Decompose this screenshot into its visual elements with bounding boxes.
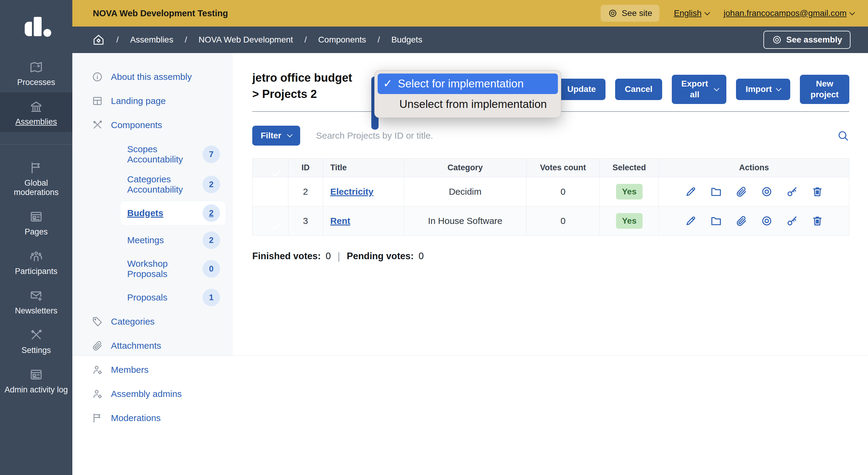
sidebar-item-label: Participants	[15, 267, 57, 276]
topbar-right: See site English johan.francocampos@gmai…	[601, 5, 854, 22]
project-title-link[interactable]: Electricity	[330, 187, 373, 196]
permissions-action-button[interactable]	[786, 186, 798, 198]
count-badge: 2	[203, 204, 220, 222]
pending-votes-label: Pending votes:	[347, 251, 413, 262]
content-area: About this assembly Landing page Compone…	[72, 53, 868, 356]
user-gear-icon	[92, 388, 103, 400]
delete-action-button[interactable]	[811, 215, 824, 227]
key-icon	[786, 186, 798, 198]
menu-label: About this assembly	[111, 72, 192, 82]
update-button[interactable]: Update	[558, 79, 606, 100]
chevron-down-icon	[704, 10, 710, 15]
breadcrumb-components[interactable]: Components	[318, 35, 366, 44]
see-assembly-button[interactable]: See assembly	[764, 31, 850, 49]
submenu-label: Budgets	[127, 208, 163, 218]
sidebar-item-label: Settings	[22, 346, 51, 355]
new-project-button[interactable]: New project	[800, 75, 849, 104]
menu-item-categories[interactable]: Categories	[92, 316, 225, 327]
count-badge: 0	[203, 260, 220, 278]
edit-action-button[interactable]	[685, 215, 697, 227]
filter-label: Filter	[261, 130, 281, 141]
breadcrumb-assemblies[interactable]: Assemblies	[130, 35, 173, 44]
see-site-button[interactable]: See site	[601, 5, 659, 22]
menu-item-about-assembly[interactable]: About this assembly	[92, 71, 225, 83]
sidebar-item-pages[interactable]: Pages	[0, 202, 72, 242]
menu-label: Moderations	[111, 413, 161, 423]
menu-item-landing-page[interactable]: Landing page	[92, 95, 225, 107]
project-votes-cell: 0	[526, 177, 600, 207]
logo-bar	[25, 22, 32, 36]
cancel-button[interactable]: Cancel	[615, 79, 662, 100]
submenu-item-budgets[interactable]: Budgets 2	[121, 201, 225, 225]
logo-dot	[43, 29, 51, 37]
sidebar-item-newsletters[interactable]: Newsletters	[0, 282, 72, 321]
page-title: jetro office budget > Projects 2	[252, 70, 352, 102]
menu-item-members[interactable]: Members	[92, 364, 225, 376]
edit-action-button[interactable]	[685, 186, 697, 198]
submenu-item-scopes-accountability[interactable]: Scopes Accountability 7	[127, 141, 225, 167]
home-breadcrumb[interactable]	[92, 33, 105, 46]
settings-tools-icon	[29, 328, 43, 342]
sidebar-item-admin-activity-log[interactable]: Admin activity log	[0, 360, 72, 400]
submenu-item-meetings[interactable]: Meetings 2	[127, 228, 225, 252]
menu-item-attachments[interactable]: Attachments	[92, 340, 225, 351]
search-button[interactable]	[837, 129, 849, 142]
permissions-action-button[interactable]	[786, 215, 798, 227]
submenu-item-workshop-proposals[interactable]: Workshop Proposals 0	[127, 256, 225, 282]
attachments-action-button[interactable]	[735, 215, 747, 227]
eye-icon	[761, 186, 773, 198]
export-all-label: Export all	[680, 78, 710, 100]
user-menu[interactable]: johan.francocampos@gmail.com	[724, 8, 854, 18]
decidim-logo[interactable]	[0, 0, 72, 53]
menu-item-assembly-admins[interactable]: Assembly admins	[92, 388, 225, 400]
home-icon	[92, 33, 105, 46]
count-badge: 1	[203, 289, 220, 306]
filter-button[interactable]: Filter	[252, 126, 300, 146]
pencil-icon	[685, 186, 697, 198]
app-sidebar-nav: Processes Assemblies Global moderations …	[0, 53, 72, 400]
import-button[interactable]: Import	[736, 79, 790, 100]
eye-icon	[772, 35, 782, 45]
manage-records-action-button[interactable]	[710, 215, 722, 227]
language-selector[interactable]: English	[674, 8, 709, 18]
finished-votes-value: 0	[326, 251, 331, 262]
see-site-label: See site	[622, 8, 652, 18]
breadcrumb-assembly-name[interactable]: NOVA Web Development	[198, 35, 293, 44]
sidebar-item-participants[interactable]: Participants	[0, 242, 72, 282]
table-row: 3 Rent In House Software 0 Yes	[253, 207, 849, 236]
breadcrumb-bar: / Assemblies / NOVA Web Development / Co…	[72, 27, 868, 53]
votes-summary: Finished votes: 0 | Pending votes: 0	[252, 250, 849, 262]
export-all-button[interactable]: Export all	[672, 75, 726, 104]
manage-records-action-button[interactable]	[710, 186, 722, 198]
preview-action-button[interactable]	[761, 215, 773, 227]
submenu-item-proposals[interactable]: Proposals 1	[127, 286, 225, 309]
project-title-link[interactable]: Rent	[330, 216, 350, 226]
breadcrumb-separator: /	[378, 35, 380, 44]
preview-action-button[interactable]	[761, 186, 773, 198]
tag-icon	[92, 316, 103, 327]
sidebar-item-global-moderations[interactable]: Global moderations	[0, 154, 72, 202]
menu-item-moderations[interactable]: Moderations	[92, 412, 225, 424]
submenu-item-categories-accountability[interactable]: Categories Accountability 2	[127, 171, 225, 198]
sidebar-item-assemblies[interactable]: Assemblies	[0, 93, 72, 132]
sidebar-item-processes[interactable]: Processes	[0, 53, 72, 93]
eye-icon	[608, 8, 618, 18]
eye-icon	[761, 215, 773, 227]
sidebar-item-settings[interactable]: Settings	[0, 321, 72, 360]
column-header-id: ID	[288, 159, 323, 177]
chevron-down-icon	[714, 86, 719, 91]
sidebar-item-label: Global moderations	[2, 179, 70, 197]
folder-icon	[710, 186, 722, 198]
search-input[interactable]	[316, 130, 821, 141]
finished-votes-label: Finished votes:	[252, 251, 321, 262]
breadcrumb-budgets[interactable]: Budgets	[391, 35, 422, 44]
dropdown-option-unselect-from-implementation[interactable]: Unselect from implementation	[378, 94, 558, 115]
dropdown-option-select-for-implementation[interactable]: ✓ Select for implementation	[378, 73, 558, 94]
paperclip-icon	[735, 215, 747, 227]
delete-action-button[interactable]	[811, 186, 824, 198]
search-icon	[837, 129, 849, 142]
menu-item-components[interactable]: Components	[92, 119, 225, 131]
site-title: NOVA Web Development Testing	[93, 8, 228, 19]
attachments-action-button[interactable]	[735, 186, 747, 198]
sidebar-item-label: Processes	[17, 78, 55, 87]
